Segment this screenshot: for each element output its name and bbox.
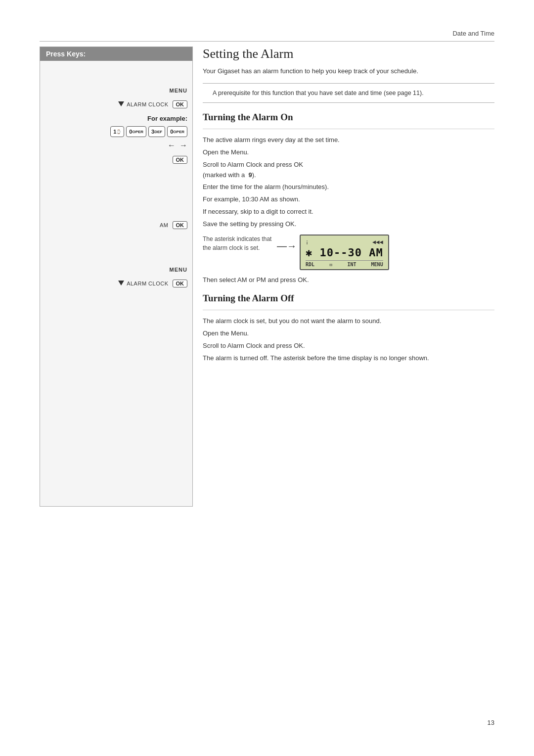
arrow-lr-row: ← → xyxy=(40,139,192,152)
off-line-3: The alarm is turned off. The asterisk be… xyxy=(203,353,494,364)
lcd-bottom-row: RDL ✉ INT MENU xyxy=(306,260,383,267)
key-1: 1⌚ xyxy=(110,126,124,137)
alarm-clock-row-2: ALARM CLOCK OK xyxy=(40,277,192,290)
asterisk-note-text: The asterisk indicates that the alarm cl… xyxy=(203,236,271,251)
divider-2 xyxy=(203,310,494,310)
for-example-label: For example: xyxy=(40,113,192,124)
key-3: 3DEF xyxy=(148,126,165,137)
turning-off-heading: Turning the Alarm Off xyxy=(203,293,494,304)
keypad-row: 1⌚ 0OPER 3DEF 0OPER xyxy=(40,124,192,139)
lcd-time: ✱ 10--30 AM xyxy=(306,246,383,259)
menu-row-2: MENU xyxy=(40,265,192,275)
off-line-1: Open the Menu. xyxy=(203,329,494,339)
section-title: Setting the Alarm xyxy=(203,47,494,61)
menu-row-1: MENU xyxy=(40,86,192,95)
left-panel: Press Keys: MENU ALARM CLOCK OK xyxy=(40,47,193,507)
turning-on-heading: Turning the Alarm On xyxy=(203,112,494,123)
ok-key-2: OK xyxy=(173,156,188,164)
line-4: For example, 10:30 AM as shown. xyxy=(203,194,494,205)
key-0b: 0OPER xyxy=(167,126,187,137)
press-keys-header: Press Keys: xyxy=(40,47,192,61)
alarm-clock-row-1: ALARM CLOCK OK xyxy=(40,97,192,111)
page-container: Date and Time Press Keys: MENU xyxy=(0,0,534,756)
spacer-2 xyxy=(40,233,192,263)
line-0: The active alarm rings every day at the … xyxy=(203,135,494,145)
note-box: A prerequisite for this function that yo… xyxy=(203,83,494,103)
key-0a: 0OPER xyxy=(126,126,146,137)
ok-key-am: OK xyxy=(173,221,188,229)
lcd-rdl: RDL xyxy=(306,262,314,267)
svg-marker-0 xyxy=(118,101,124,106)
lcd-top-row: ¡ ◀◀◀ xyxy=(306,238,383,245)
right-col: Setting the Alarm Your Gigaset has an al… xyxy=(203,47,494,507)
intro-text: Your Gigaset has an alarm function to he… xyxy=(203,66,494,76)
ok-row-2: OK xyxy=(40,154,192,166)
alarm-clock-label-2: ALARM CLOCK xyxy=(127,281,168,286)
lcd-top-left: ¡ xyxy=(306,239,309,244)
arrow-right-icon: → xyxy=(179,141,187,150)
off-line-2: Scroll to Alarm Clock and press OK. xyxy=(203,341,494,351)
page-header: Date and Time xyxy=(40,30,494,42)
ok-key-1: OK xyxy=(173,100,188,108)
line-2: Scroll to Alarm Clock and press OK(marke… xyxy=(203,160,494,181)
am-label: AM xyxy=(160,222,169,228)
lcd-msg: ✉ xyxy=(329,262,332,267)
page-title: Date and Time xyxy=(452,30,494,37)
lcd-signal: ◀◀◀ xyxy=(372,238,383,245)
arrow-left-icon: ← xyxy=(168,141,176,150)
arrow-down-1 xyxy=(118,99,124,109)
main-layout: Press Keys: MENU ALARM CLOCK OK xyxy=(40,47,494,507)
am-ok-row: AM OK xyxy=(40,219,192,231)
line-7: Then select AM or PM and press OK. xyxy=(203,275,494,285)
display-note: The asterisk indicates that the alarm cl… xyxy=(203,235,272,252)
page-number: 13 xyxy=(488,719,494,726)
svg-marker-1 xyxy=(118,281,124,285)
lcd-int: INT xyxy=(347,262,356,267)
note-text: A prerequisite for this function that yo… xyxy=(213,90,424,96)
line-3: Enter the time for the alarm (hours/minu… xyxy=(203,182,494,192)
lcd-menu: MENU xyxy=(371,262,383,267)
line-5: If necessary, skip to a digit to correct… xyxy=(203,207,494,217)
menu-key-1: MENU xyxy=(170,88,187,94)
spacer-1 xyxy=(40,168,192,217)
left-col-content: MENU ALARM CLOCK OK For example: xyxy=(40,61,192,506)
display-mockup: The asterisk indicates that the alarm cl… xyxy=(203,235,494,270)
menu-key-2: MENU xyxy=(170,267,187,273)
arrow-down-2 xyxy=(118,279,124,288)
line-1: Open the Menu. xyxy=(203,147,494,158)
divider-1 xyxy=(203,129,494,129)
lcd-display: ¡ ◀◀◀ ✱ 10--30 AM RDL ✉ INT MENU xyxy=(300,235,389,270)
off-line-0: The alarm clock is set, but you do not w… xyxy=(203,316,494,327)
line-6: Save the setting by pressing OK. xyxy=(203,219,494,230)
ok-key-3: OK xyxy=(173,280,188,287)
alarm-clock-label-1: ALARM CLOCK xyxy=(127,101,168,107)
display-arrow-icon: —→ xyxy=(277,240,297,252)
